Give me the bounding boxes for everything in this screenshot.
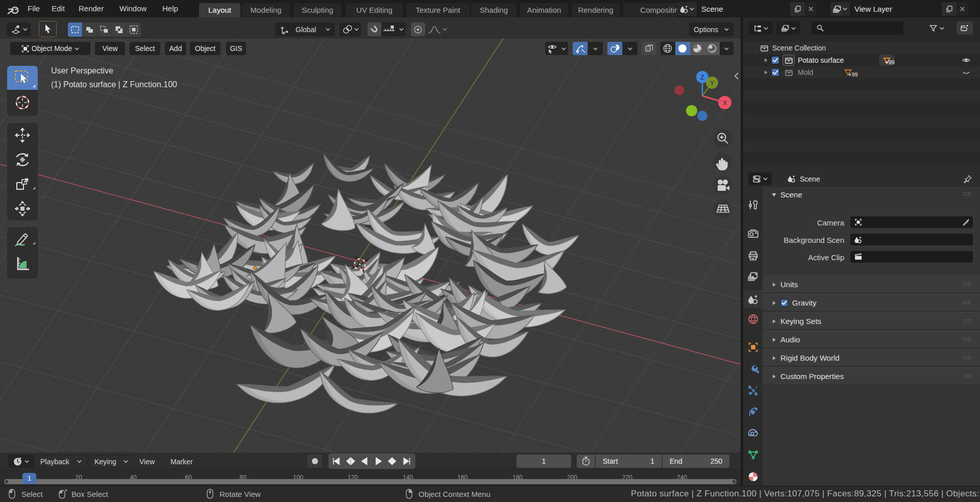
- svg-text:Z: Z: [700, 73, 704, 81]
- svg-text:Y: Y: [710, 79, 715, 87]
- svg-text:X: X: [723, 99, 727, 107]
